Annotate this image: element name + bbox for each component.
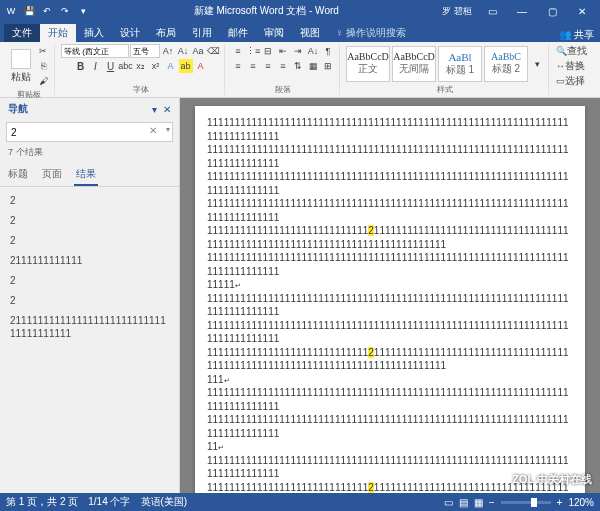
tab-file[interactable]: 文件 <box>4 24 40 42</box>
style-nospacing[interactable]: AaBbCcD无间隔 <box>392 46 436 82</box>
navtab-pages[interactable]: 页面 <box>40 164 64 186</box>
dec-indent-icon[interactable]: ⇤ <box>276 44 290 58</box>
tab-design[interactable]: 设计 <box>112 24 148 42</box>
view-read-icon[interactable]: ▭ <box>444 497 453 508</box>
underline-icon[interactable]: U <box>104 59 118 73</box>
align-center-icon[interactable]: ≡ <box>246 59 260 73</box>
tab-view[interactable]: 视图 <box>292 24 328 42</box>
word-icon: W <box>4 4 18 18</box>
result-item[interactable]: 211111111111111111111111111111111111111 <box>6 311 173 344</box>
tab-ref[interactable]: 引用 <box>184 24 220 42</box>
font-size-select[interactable]: 五号 <box>130 44 160 58</box>
find-button[interactable]: 🔍 查找 <box>555 44 588 58</box>
tab-insert[interactable]: 插入 <box>76 24 112 42</box>
maximize-icon[interactable]: ▢ <box>538 1 566 21</box>
nav-title: 导航 <box>8 102 28 116</box>
nav-dropdown-icon[interactable]: ▾ <box>152 104 157 115</box>
undo-icon[interactable]: ↶ <box>40 4 54 18</box>
shrink-font-icon[interactable]: A↓ <box>176 44 190 58</box>
group-paragraph: 段落 <box>231 83 335 95</box>
view-web-icon[interactable]: ▦ <box>474 497 483 508</box>
document-area[interactable]: 1111111111111111111111111111111111111111… <box>180 98 600 493</box>
save-icon[interactable]: 💾 <box>22 4 36 18</box>
font-color-icon[interactable]: A <box>194 59 208 73</box>
navtab-results[interactable]: 结果 <box>74 164 98 186</box>
highlight-icon[interactable]: ab <box>179 59 193 73</box>
tab-home[interactable]: 开始 <box>40 24 76 42</box>
result-count: 7 个结果 <box>0 144 179 161</box>
clear-format-icon[interactable]: ⌫ <box>206 44 220 58</box>
share-button[interactable]: 👥 共享 <box>559 28 594 42</box>
clipboard-icon <box>11 49 31 69</box>
align-right-icon[interactable]: ≡ <box>261 59 275 73</box>
user-name[interactable]: 罗 碧桓 <box>442 5 478 18</box>
show-marks-icon[interactable]: ¶ <box>321 44 335 58</box>
nav-close-icon[interactable]: ✕ <box>163 104 171 115</box>
style-heading2[interactable]: AaBbC标题 2 <box>484 46 528 82</box>
tab-mail[interactable]: 邮件 <box>220 24 256 42</box>
qat-more-icon[interactable]: ▾ <box>76 4 90 18</box>
borders-icon[interactable]: ⊞ <box>321 59 335 73</box>
tab-review[interactable]: 审阅 <box>256 24 292 42</box>
font-name-select[interactable]: 等线 (西文正 <box>61 44 129 58</box>
navigation-pane: 导航 ▾ ✕ ✕ ▾ 7 个结果 标题 页面 结果 2 2 2 21111111… <box>0 98 180 493</box>
clear-search-icon[interactable]: ✕ <box>149 125 157 136</box>
group-font: 字体 <box>61 83 220 95</box>
search-menu-icon[interactable]: ▾ <box>166 125 170 134</box>
numbering-icon[interactable]: ⋮≡ <box>246 44 260 58</box>
page[interactable]: 1111111111111111111111111111111111111111… <box>195 106 585 493</box>
result-item[interactable]: 2 <box>6 291 173 311</box>
copy-icon[interactable]: ⎘ <box>36 59 50 73</box>
tell-me[interactable]: ♀ 操作说明搜索 <box>328 24 414 42</box>
search-input[interactable] <box>6 122 173 142</box>
replace-button[interactable]: ↔ 替换 <box>555 59 586 73</box>
justify-icon[interactable]: ≡ <box>276 59 290 73</box>
shading-icon[interactable]: ▦ <box>306 59 320 73</box>
page-indicator[interactable]: 第 1 页，共 2 页 <box>6 495 78 509</box>
bullets-icon[interactable]: ≡ <box>231 44 245 58</box>
multilevel-icon[interactable]: ⊟ <box>261 44 275 58</box>
grow-font-icon[interactable]: A↑ <box>161 44 175 58</box>
word-count[interactable]: 1/14 个字 <box>88 495 130 509</box>
paste-button[interactable]: 粘贴 <box>8 47 34 85</box>
window-title: 新建 Microsoft Word 文档 - Word <box>90 4 442 18</box>
select-button[interactable]: ▭ 选择 <box>555 74 586 88</box>
change-case-icon[interactable]: Aa <box>191 44 205 58</box>
close-icon[interactable]: ✕ <box>568 1 596 21</box>
format-painter-icon[interactable]: 🖌 <box>36 74 50 88</box>
result-item[interactable]: 2 <box>6 191 173 211</box>
language[interactable]: 英语(美国) <box>141 495 188 509</box>
minimize-icon[interactable]: — <box>508 1 536 21</box>
result-item[interactable]: 2 <box>6 231 173 251</box>
result-item[interactable]: 2 <box>6 271 173 291</box>
result-item[interactable]: 2111111111111 <box>6 251 173 271</box>
style-heading1[interactable]: AaBl标题 1 <box>438 46 482 82</box>
view-print-icon[interactable]: ▤ <box>459 497 468 508</box>
superscript-icon[interactable]: x² <box>149 59 163 73</box>
zoom-out-icon[interactable]: − <box>489 497 495 508</box>
align-left-icon[interactable]: ≡ <box>231 59 245 73</box>
strike-icon[interactable]: abc <box>119 59 133 73</box>
subscript-icon[interactable]: x₂ <box>134 59 148 73</box>
result-item[interactable]: 2 <box>6 211 173 231</box>
style-normal[interactable]: AaBbCcD正文 <box>346 46 390 82</box>
bold-icon[interactable]: B <box>74 59 88 73</box>
zoom-value[interactable]: 120% <box>568 497 594 508</box>
line-spacing-icon[interactable]: ⇅ <box>291 59 305 73</box>
group-styles: 样式 <box>346 83 544 95</box>
text-effects-icon[interactable]: A <box>164 59 178 73</box>
watermark: ZOL 中关村在线 <box>512 472 592 487</box>
zoom-slider[interactable] <box>501 501 551 504</box>
italic-icon[interactable]: I <box>89 59 103 73</box>
tab-layout[interactable]: 布局 <box>148 24 184 42</box>
styles-more-icon[interactable]: ▾ <box>530 57 544 71</box>
ribbon-opts-icon[interactable]: ▭ <box>478 1 506 21</box>
navtab-headings[interactable]: 标题 <box>6 164 30 186</box>
zoom-in-icon[interactable]: + <box>557 497 563 508</box>
cut-icon[interactable]: ✂ <box>36 44 50 58</box>
redo-icon[interactable]: ↷ <box>58 4 72 18</box>
sort-icon[interactable]: A↓ <box>306 44 320 58</box>
inc-indent-icon[interactable]: ⇥ <box>291 44 305 58</box>
